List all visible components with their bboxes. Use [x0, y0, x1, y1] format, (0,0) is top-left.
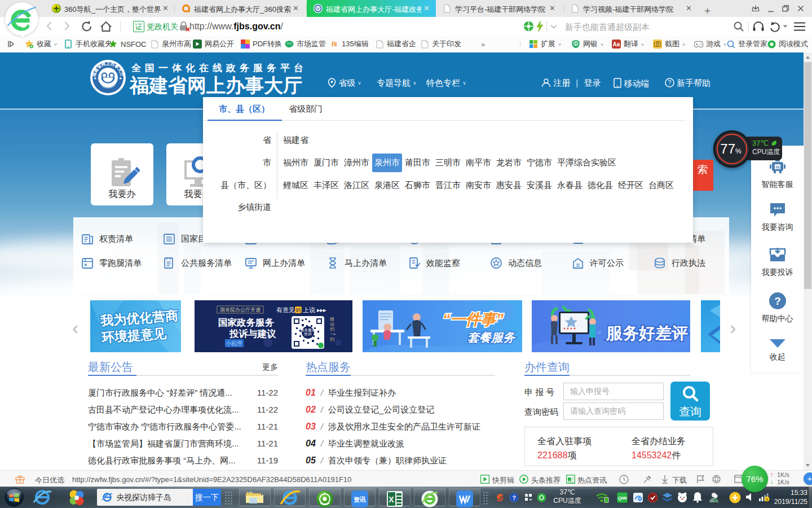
- svg-text:◂: ◂: [333, 332, 336, 336]
- svg-text:有意见: 有意见: [276, 306, 295, 313]
- svg-text:扫: 扫: [330, 327, 334, 332]
- svg-text:★: ★: [94, 76, 97, 80]
- svg-text:国务院办公厅开通: 国务院办公厅开通: [220, 307, 261, 313]
- svg-text:?: ?: [774, 295, 781, 307]
- svg-text:小程序: 小程序: [226, 340, 242, 347]
- svg-text:?: ?: [512, 494, 516, 501]
- svg-text:扫: 扫: [330, 337, 334, 342]
- svg-text:国家政务服务: 国家政务服务: [218, 317, 275, 328]
- svg-text:X: X: [389, 495, 394, 504]
- svg-text:套餐服务: 套餐服务: [467, 331, 516, 344]
- svg-text:⚙: ⚙: [597, 330, 601, 335]
- svg-text:微: 微: [330, 317, 334, 322]
- svg-text:?: ?: [668, 80, 672, 86]
- svg-text:上说 ▸▸▸: 上说 ▸▸▸: [303, 306, 326, 313]
- svg-text:投诉与建议: 投诉与建议: [229, 329, 276, 339]
- svg-text:★: ★: [119, 76, 122, 80]
- svg-text:资讯: 资讯: [354, 496, 366, 503]
- svg-text:QIW: QIW: [618, 496, 627, 501]
- svg-text:!: !: [766, 497, 768, 502]
- svg-text:福: 福: [775, 165, 780, 170]
- svg-text:投诉: 投诉: [304, 332, 312, 336]
- svg-text:码: 码: [296, 308, 301, 313]
- svg-text:信: 信: [330, 322, 334, 327]
- svg-text:“一件事”: “一件事”: [443, 311, 504, 328]
- svg-text:♡: ♡: [552, 304, 557, 309]
- svg-text:服务好差评: 服务好差评: [606, 324, 688, 342]
